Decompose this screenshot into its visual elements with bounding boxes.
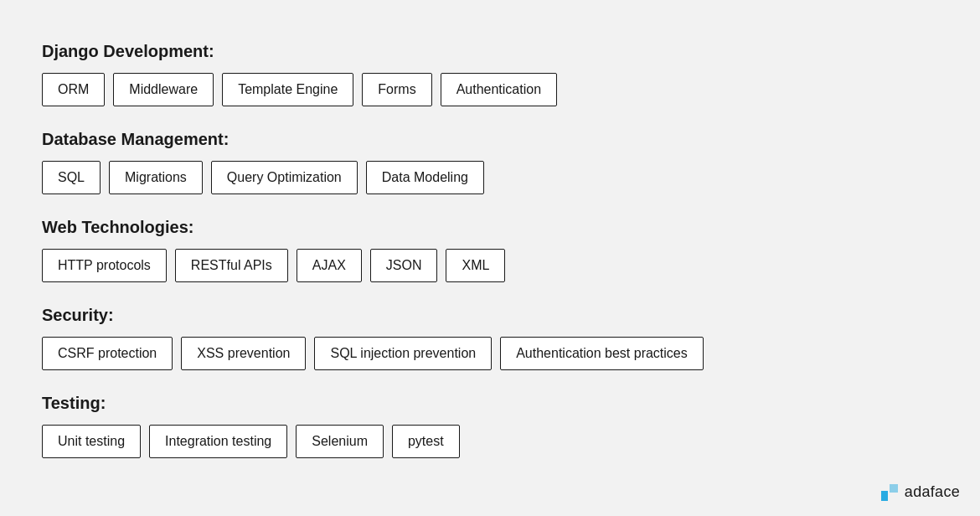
tag-orm: ORM bbox=[42, 73, 105, 106]
tag-authentication: Authentication bbox=[441, 73, 557, 106]
section-database-management: Database Management:SQLMigrationsQuery O… bbox=[42, 130, 938, 194]
tag-pytest: pytest bbox=[392, 425, 460, 458]
tag-csrf-protection: CSRF protection bbox=[42, 337, 173, 370]
tag-http-protocols: HTTP protocols bbox=[42, 249, 167, 282]
tag-data-modeling: Data Modeling bbox=[366, 161, 484, 194]
section-title-security: Security: bbox=[42, 306, 938, 325]
section-title-web-technologies: Web Technologies: bbox=[42, 218, 938, 237]
section-title-django-development: Django Development: bbox=[42, 42, 938, 61]
tag-xml: XML bbox=[446, 249, 505, 282]
tag-query-optimization: Query Optimization bbox=[211, 161, 358, 194]
tags-testing: Unit testingIntegration testingSeleniump… bbox=[42, 425, 938, 458]
adaface-icon bbox=[881, 484, 898, 501]
section-title-database-management: Database Management: bbox=[42, 130, 938, 149]
svg-rect-0 bbox=[881, 491, 888, 501]
tags-django-development: ORMMiddlewareTemplate EngineFormsAuthent… bbox=[42, 73, 938, 106]
tag-migrations: Migrations bbox=[109, 161, 203, 194]
tags-security: CSRF protectionXSS preventionSQL injecti… bbox=[42, 337, 938, 370]
section-django-development: Django Development:ORMMiddlewareTemplate… bbox=[42, 42, 938, 106]
tag-unit-testing: Unit testing bbox=[42, 425, 141, 458]
section-title-testing: Testing: bbox=[42, 394, 938, 413]
tag-authentication-best-practices: Authentication best practices bbox=[500, 337, 704, 370]
tag-middleware: Middleware bbox=[113, 73, 214, 106]
branding-label: adaface bbox=[905, 483, 960, 501]
svg-rect-1 bbox=[890, 484, 898, 493]
tag-selenium: Selenium bbox=[296, 425, 384, 458]
tag-integration-testing: Integration testing bbox=[149, 425, 287, 458]
tag-ajax: AJAX bbox=[297, 249, 362, 282]
tag-restful-apis: RESTful APIs bbox=[175, 249, 288, 282]
tags-database-management: SQLMigrationsQuery OptimizationData Mode… bbox=[42, 161, 938, 194]
tag-forms: Forms bbox=[362, 73, 431, 106]
tag-sql-injection-prevention: SQL injection prevention bbox=[314, 337, 492, 370]
section-web-technologies: Web Technologies:HTTP protocolsRESTful A… bbox=[42, 218, 938, 282]
tags-web-technologies: HTTP protocolsRESTful APIsAJAXJSONXML bbox=[42, 249, 938, 282]
main-content: Django Development:ORMMiddlewareTemplate… bbox=[0, 0, 980, 515]
branding: adaface bbox=[881, 483, 960, 501]
tag-template-engine: Template Engine bbox=[222, 73, 353, 106]
section-security: Security:CSRF protectionXSS preventionSQ… bbox=[42, 306, 938, 370]
section-testing: Testing:Unit testingIntegration testingS… bbox=[42, 394, 938, 458]
tag-xss-prevention: XSS prevention bbox=[181, 337, 306, 370]
tag-sql: SQL bbox=[42, 161, 101, 194]
tag-json: JSON bbox=[370, 249, 438, 282]
